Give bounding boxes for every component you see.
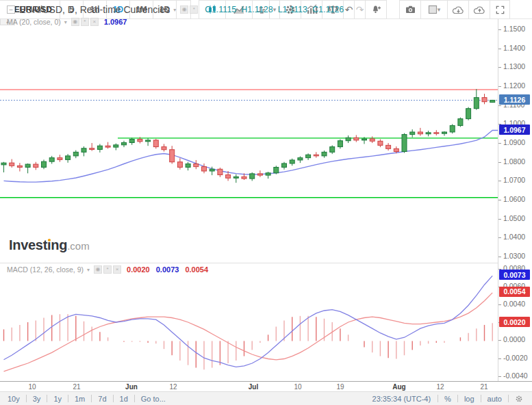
log-scale-button[interactable]: log	[458, 395, 481, 403]
macd-value-2: 0.0054	[185, 265, 208, 274]
eye-icon[interactable]: ◉	[180, 5, 188, 14]
bottom-right-controls: 23:35:34 (UTC-4) %logauto	[366, 393, 529, 404]
ohlc-h: H1.1128	[241, 5, 273, 14]
time-tick-21: 21	[73, 383, 80, 391]
logo-i: i	[47, 237, 51, 252]
macd-value-0: 0.0020	[127, 265, 150, 274]
macd-tick-0.0000: 0.0000	[503, 335, 525, 343]
price-tick-1.0500: 1.0500	[503, 214, 525, 222]
goto-button[interactable]: Go to...	[135, 395, 172, 403]
gear-icon[interactable]: *	[103, 265, 112, 274]
macd-value-1: 0.0073	[156, 265, 179, 274]
percent-scale-button[interactable]: %	[438, 395, 457, 403]
main-legend: – EUR/USD, D, Real-time Currencies ▾ ◉ *…	[7, 4, 349, 15]
auto-scale-button[interactable]: auto	[481, 395, 508, 403]
chevron-down-icon[interactable]: ▾	[173, 7, 176, 13]
gear-icon	[515, 395, 523, 403]
range-button-1m[interactable]: 1m	[68, 395, 91, 403]
close-icon[interactable]: ×	[90, 18, 99, 26]
price-tick-1.0700: 1.0700	[503, 176, 525, 184]
time-axis[interactable]: 1021Jun12Jul1019Aug1221	[0, 381, 532, 391]
redo-button[interactable]: ↷	[354, 0, 366, 19]
redo-icon: ↷	[356, 5, 364, 14]
ma-label[interactable]: MA (20, close, 0)	[7, 18, 61, 26]
time-tick-Jun: Jun	[125, 383, 138, 391]
chevron-down-icon[interactable]: ▾	[87, 267, 90, 273]
cloud-upload-button[interactable]	[468, 0, 490, 19]
macd-tick--0.0040: -0.0040	[503, 371, 528, 380]
camera-icon	[405, 4, 416, 15]
time-tick-12: 12	[436, 383, 444, 391]
eye-icon[interactable]: ◉	[71, 18, 79, 26]
time-tick-Jul: Jul	[249, 383, 258, 391]
scale-buttons: %logauto	[438, 395, 509, 403]
macd-pane[interactable]: MACD (12, 26, close, 9) ▾ ◉ * × 0.00200.…	[0, 263, 498, 381]
gear-icon[interactable]: *	[81, 18, 89, 26]
investing-logo: Investing.com	[9, 237, 90, 253]
logo-suffix: .com	[67, 240, 90, 252]
price-axis[interactable]: 1.15001.14001.13001.12001.11001.10001.09…	[498, 19, 532, 381]
fullscreen-button[interactable]	[490, 0, 510, 19]
main-chart-pane[interactable]	[0, 19, 498, 263]
bottom-toolbar: 10y3y1y1m7d1dGo to... 23:35:34 (UTC-4) %…	[0, 391, 532, 405]
clock-button[interactable]: 23:35:34 (UTC-4)	[366, 395, 438, 403]
camera-button[interactable]	[399, 0, 421, 19]
alert-add-icon	[370, 4, 382, 15]
range-button-1y[interactable]: 1y	[47, 395, 68, 403]
macd-tick-0.0040: 0.0040	[503, 300, 525, 308]
chart-settings-button[interactable]	[509, 393, 529, 404]
chart-application: EUR/USD 51h1D1M1D ▾ ▾ ↶↷ ▾ ▲ – EUR/USD, …	[0, 0, 532, 405]
layout-select-icon	[428, 5, 438, 14]
macd-tag-0.0020: 0.0020	[499, 317, 530, 327]
main-chart-canvas[interactable]	[0, 19, 498, 263]
ohlc-c: C1.1126	[312, 5, 344, 14]
price-tick-1.1400: 1.1400	[503, 44, 525, 52]
fullscreen-icon	[495, 5, 505, 15]
price-tick-1.0400: 1.0400	[503, 233, 525, 241]
logo-text: Invest	[9, 237, 47, 252]
time-tick-10: 10	[294, 383, 301, 391]
price-tag-1.1126: 1.1126	[499, 94, 530, 105]
cloud-upload-icon	[473, 5, 486, 15]
price-tick-1.0600: 1.0600	[503, 195, 525, 203]
close-icon[interactable]: ×	[113, 265, 121, 274]
time-tick-10: 10	[28, 383, 36, 391]
chevron-down-icon[interactable]: ▾	[64, 19, 67, 25]
macd-label[interactable]: MACD (12, 26, close, 9)	[7, 265, 84, 274]
collapse-legend-icon[interactable]: –	[7, 5, 15, 14]
macd-values: 0.00200.00730.0054	[127, 265, 214, 274]
time-tick-12: 12	[169, 383, 177, 391]
cloud-download-icon	[452, 5, 465, 15]
capture-group: ▾	[400, 0, 490, 18]
price-tick-1.0300: 1.0300	[503, 252, 525, 260]
macd-tag-0.0054: 0.0054	[499, 287, 530, 297]
time-tick-21: 21	[480, 383, 487, 391]
range-button-7d[interactable]: 7d	[92, 395, 112, 403]
price-tick-1.0800: 1.0800	[503, 157, 525, 166]
ma-value: 1.0967	[104, 18, 127, 26]
ohlc-o: O1.1115	[205, 5, 236, 14]
chart-title[interactable]: EUR/USD, D, Real-time Currencies	[19, 4, 170, 15]
time-tick-19: 19	[336, 383, 344, 391]
range-buttons: 10y3y1y1m7d1dGo to...	[1, 395, 172, 403]
range-button-10y[interactable]: 10y	[1, 395, 26, 403]
price-tick-1.1200: 1.1200	[503, 81, 525, 90]
ohlc-l: L1.1113	[278, 5, 307, 14]
price-tick-1.0900: 1.0900	[503, 138, 525, 146]
ma-legend: MA (20, close, 0) ▾ ◉ * × 1.0967	[7, 18, 127, 26]
range-button-3y[interactable]: 3y	[27, 395, 47, 403]
macd-tick--0.0020: -0.0020	[503, 354, 528, 362]
cloud-download-button[interactable]	[447, 0, 469, 19]
layout-select-button[interactable]: ▾	[420, 0, 448, 19]
alert-add-button[interactable]	[365, 0, 387, 19]
gear-icon[interactable]: *	[190, 5, 198, 14]
macd-chart-canvas[interactable]	[0, 263, 498, 381]
price-tick-1.1300: 1.1300	[503, 62, 525, 70]
range-button-1d[interactable]: 1d	[114, 395, 134, 403]
eye-icon[interactable]: ◉	[94, 265, 102, 274]
macd-tag-0.0073: 0.0073	[499, 270, 530, 280]
chevron-down-icon: ▾	[438, 7, 441, 13]
price-tag-1.0967: 1.0967	[499, 125, 530, 135]
time-tick-Aug: Aug	[392, 383, 405, 391]
logo-text: ng	[51, 237, 67, 252]
